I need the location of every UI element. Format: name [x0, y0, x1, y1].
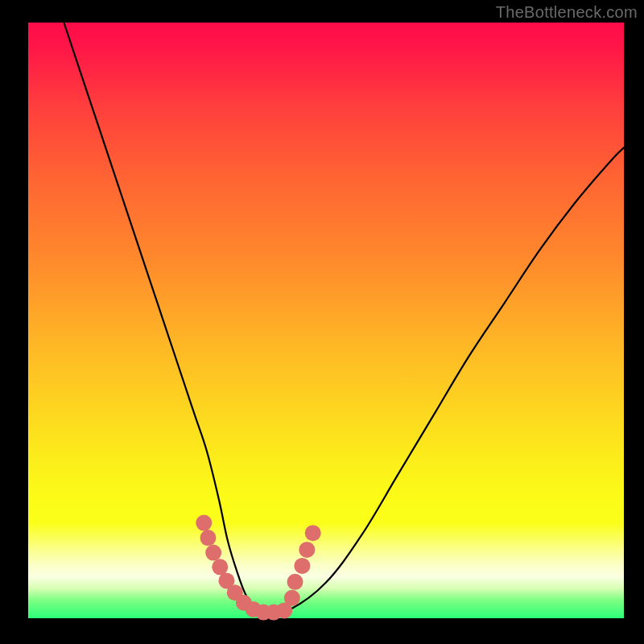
curve-marker — [212, 559, 228, 575]
chart-stage: TheBottleneck.com — [0, 0, 644, 644]
bottleneck-curve — [64, 23, 624, 613]
curve-marker — [305, 525, 321, 541]
chart-svg — [28, 23, 624, 618]
plot-area — [28, 23, 624, 618]
curve-marker — [294, 558, 310, 574]
curve-marker — [205, 545, 221, 561]
curve-marker — [287, 574, 303, 590]
curve-marker — [200, 530, 216, 546]
watermark-text: TheBottleneck.com — [496, 3, 638, 22]
curve-marker — [299, 542, 315, 558]
marker-group — [196, 515, 320, 621]
curve-marker — [284, 590, 300, 606]
curve-marker — [196, 515, 212, 531]
